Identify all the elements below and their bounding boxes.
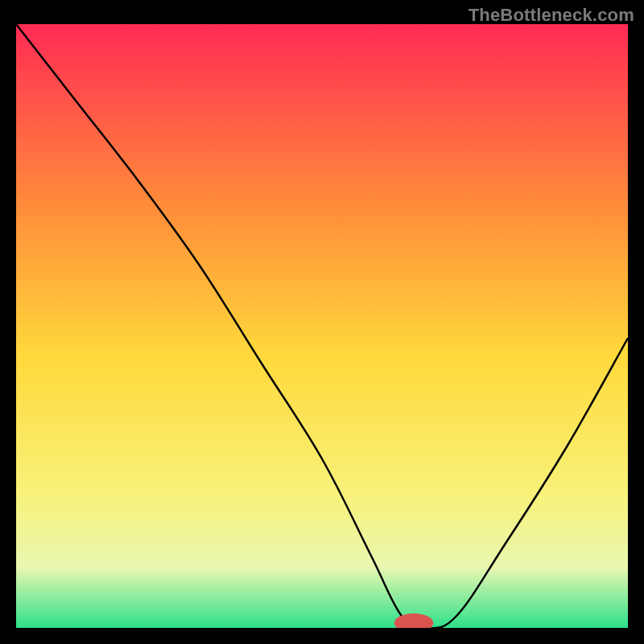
gradient-background xyxy=(16,24,628,628)
plot-area xyxy=(16,24,628,628)
chart-svg xyxy=(16,24,628,628)
chart-frame: TheBottleneck.com xyxy=(0,0,644,644)
watermark-text: TheBottleneck.com xyxy=(469,5,634,26)
